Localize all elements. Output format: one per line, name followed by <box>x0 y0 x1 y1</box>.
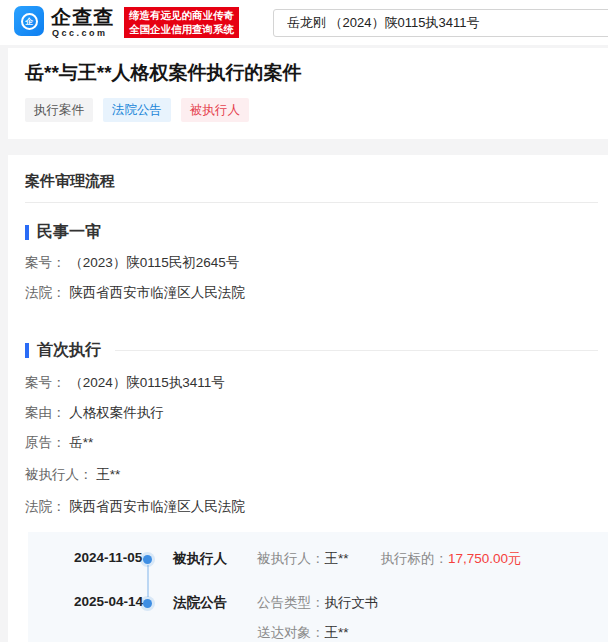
field-person-subject-to-execution: 被执行人： 王** <box>25 466 120 484</box>
timeline-dot-icon <box>143 555 152 564</box>
field-label: 案由： <box>25 405 66 420</box>
timeline-date: 2025-04-14 <box>74 594 169 609</box>
detail-value: 王** <box>325 625 349 640</box>
detail-label: 送达对象： <box>257 625 325 640</box>
brand-name-en: Qcc.com <box>52 28 108 38</box>
top-header: 企 企查查 Qcc.com 缔造有远见的商业传奇 全国企业信用查询系统 <box>0 0 608 45</box>
qcc-logo-glyph: 企 <box>25 16 33 27</box>
timeline-detail-row: 公告类型：执行文书 <box>257 594 379 612</box>
timeline-connector-line <box>147 565 149 597</box>
detail-value: 王** <box>325 551 349 566</box>
brand-slogan-badge: 缔造有远见的商业传奇 全国企业信用查询系统 <box>124 7 239 38</box>
timeline-detail-row: 送达对象：王** <box>257 624 349 642</box>
field-court: 法院： 陕西省西安市临潼区人民法院 <box>25 284 245 302</box>
brand-name-cn: 企查查 <box>51 4 114 31</box>
field-value: 岳** <box>69 435 93 450</box>
stage-title: 民事一审 <box>37 222 101 243</box>
detail-label: 被执行人： <box>257 551 325 566</box>
case-header-card: 岳**与王**人格权案件执行的案件 执行案件 法院公告 被执行人 <box>8 48 608 139</box>
field-court: 法院： 陕西省西安市临潼区人民法院 <box>25 498 245 516</box>
stage-rule-line <box>115 350 598 351</box>
slogan-line-2: 全国企业信用查询系统 <box>129 23 234 37</box>
section-divider <box>25 202 598 203</box>
execution-timeline: 2024-11-05 被执行人 被执行人：王**执行标的：17,750.00元 … <box>28 532 608 642</box>
case-tag-row: 执行案件 法院公告 被执行人 <box>25 98 249 122</box>
tag-execution-case: 执行案件 <box>25 98 93 122</box>
search-box <box>273 9 608 37</box>
field-plaintiff: 原告： 岳** <box>25 434 93 452</box>
stage-title: 首次执行 <box>37 340 101 361</box>
field-value: 人格权案件执行 <box>69 405 164 420</box>
section-title-case-flow: 案件审理流程 <box>25 172 115 191</box>
qcc-logo[interactable]: 企 <box>14 6 44 36</box>
case-title: 岳**与王**人格权案件执行的案件 <box>25 60 302 86</box>
tag-person-subject-to-execution[interactable]: 被执行人 <box>181 98 249 122</box>
field-label: 原告： <box>25 435 66 450</box>
field-value: （2023）陕0115民初2645号 <box>69 255 239 270</box>
field-label: 被执行人： <box>25 467 93 482</box>
field-label: 案号： <box>25 255 66 270</box>
stage-accent-bar <box>25 225 29 240</box>
field-value: 陕西省西安市临潼区人民法院 <box>69 499 245 514</box>
field-case-number: 案号： （2024）陕0115执3411号 <box>25 374 225 392</box>
detail-label: 执行标的： <box>381 551 449 566</box>
stage-accent-bar <box>25 343 29 358</box>
detail-label: 公告类型： <box>257 595 325 610</box>
field-value: （2024）陕0115执3411号 <box>69 375 225 390</box>
stage-header-civil-first-trial: 民事一审 <box>25 223 598 241</box>
search-input[interactable] <box>274 10 608 36</box>
field-case-number: 案号： （2023）陕0115民初2645号 <box>25 254 239 272</box>
timeline-event-title: 被执行人 <box>173 550 227 568</box>
timeline-detail-row: 被执行人：王**执行标的：17,750.00元 <box>257 550 522 568</box>
qcc-logo-icon: 企 <box>21 13 38 30</box>
timeline-event-title: 法院公告 <box>173 594 227 612</box>
stage-header-first-execution: 首次执行 <box>25 341 598 359</box>
slogan-line-1: 缔造有远见的商业传奇 <box>129 9 234 23</box>
detail-value: 执行文书 <box>325 595 379 610</box>
timeline-dot-icon <box>143 599 152 608</box>
timeline-date: 2024-11-05 <box>74 550 169 565</box>
field-value: 陕西省西安市临潼区人民法院 <box>69 285 245 300</box>
field-label: 案号： <box>25 375 66 390</box>
case-flow-card: 案件审理流程 民事一审 案号： （2023）陕0115民初2645号 法院： 陕… <box>8 155 608 642</box>
field-label: 法院： <box>25 285 66 300</box>
field-cause-of-action: 案由： 人格权案件执行 <box>25 404 164 422</box>
field-value: 王** <box>96 467 120 482</box>
field-label: 法院： <box>25 499 66 514</box>
execution-amount: 17,750.00元 <box>448 551 522 566</box>
tag-court-announcement[interactable]: 法院公告 <box>103 98 171 122</box>
